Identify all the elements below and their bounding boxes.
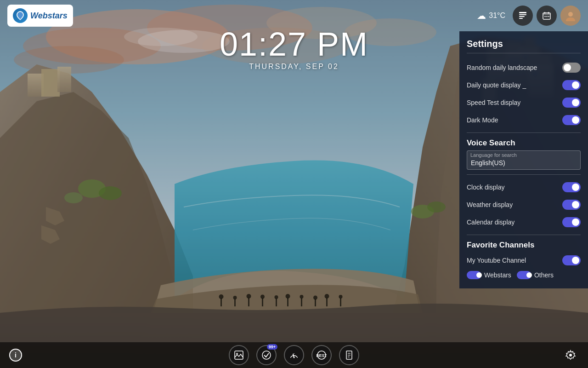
bottom-bar: i 99+ bbox=[0, 342, 588, 368]
user-avatar[interactable] bbox=[560, 6, 581, 26]
youtube-channel-label: My Youtube Channel bbox=[467, 257, 526, 264]
tasks-badge: 99+ bbox=[267, 344, 277, 350]
quote-toggle[interactable] bbox=[562, 80, 581, 90]
webstars-channel: Webstars bbox=[467, 271, 511, 279]
favorite-channels-title: Favorite Channels bbox=[467, 241, 581, 250]
speedtest-label: Speed Test display bbox=[467, 99, 520, 106]
logo-text: Webstars bbox=[30, 11, 68, 21]
clock-display-toggle[interactable] bbox=[562, 182, 581, 192]
calendar-display-toggle[interactable] bbox=[562, 217, 581, 227]
calendar-button[interactable] bbox=[537, 6, 557, 26]
svg-rect-55 bbox=[519, 14, 526, 15]
cloud-icon: ☁ bbox=[477, 10, 486, 21]
divider-channels bbox=[467, 235, 581, 235]
svg-point-65 bbox=[568, 12, 573, 17]
others-channel: Others bbox=[517, 271, 554, 279]
logo[interactable]: Webstars bbox=[7, 5, 73, 27]
setting-row-calendar: Calendar display bbox=[467, 213, 581, 231]
divider-voice bbox=[467, 132, 581, 133]
settings-title: Settings bbox=[467, 39, 581, 53]
clock-display-label: Clock display bbox=[467, 184, 504, 191]
clock-time: 01:27 PM bbox=[220, 28, 368, 61]
svg-rect-56 bbox=[519, 16, 525, 17]
setting-row-clock: Clock display bbox=[467, 178, 581, 196]
svg-rect-64 bbox=[548, 16, 549, 17]
webstars-channel-label: Webstars bbox=[484, 271, 511, 279]
temperature: 31°C bbox=[489, 12, 505, 20]
setting-row-quote: Daily quote display _ bbox=[467, 76, 581, 94]
divider-display bbox=[467, 174, 581, 175]
youtube-toggle[interactable] bbox=[562, 255, 581, 265]
landscape-label: Random daily landscape bbox=[467, 64, 537, 71]
gallery-button[interactable] bbox=[229, 345, 249, 365]
weather-display-label: Weather display bbox=[467, 201, 513, 208]
svg-rect-59 bbox=[543, 13, 550, 15]
language-label: Language for search bbox=[470, 152, 517, 158]
others-channel-label: Others bbox=[534, 271, 554, 279]
others-toggle[interactable] bbox=[517, 271, 531, 279]
settings-gear-button[interactable] bbox=[562, 347, 579, 363]
setting-row-youtube: My Youtube Channel bbox=[467, 252, 581, 269]
tasks-button[interactable]: 99+ bbox=[256, 345, 277, 365]
setting-row-darkmode: Dark Mode bbox=[467, 111, 581, 129]
bottom-center: 99+ BEST bbox=[229, 345, 359, 365]
speed-button[interactable] bbox=[284, 345, 304, 365]
quote-label: Daily quote display _ bbox=[467, 81, 526, 89]
best-button[interactable]: BEST bbox=[311, 345, 332, 365]
webstars-toggle[interactable] bbox=[467, 271, 481, 279]
svg-point-68 bbox=[262, 351, 271, 359]
settings-panel: Settings Random daily landscape Daily qu… bbox=[459, 31, 588, 288]
svg-rect-57 bbox=[519, 18, 523, 19]
svg-text:BEST: BEST bbox=[317, 353, 327, 358]
logo-icon bbox=[13, 8, 28, 23]
darkmode-toggle[interactable] bbox=[562, 115, 581, 125]
channels-row: Webstars Others bbox=[467, 269, 581, 281]
setting-row-speedtest: Speed Test display bbox=[467, 94, 581, 111]
notes-button[interactable] bbox=[513, 6, 533, 26]
top-right-controls: ☁ 31°C bbox=[477, 6, 581, 26]
clock-date: THURSDAY, SEP 02 bbox=[220, 63, 368, 71]
svg-point-69 bbox=[294, 357, 295, 358]
weather-widget: ☁ 31°C bbox=[477, 10, 505, 21]
setting-row-weather: Weather display bbox=[467, 196, 581, 213]
info-button[interactable]: i bbox=[9, 349, 22, 362]
svg-rect-54 bbox=[519, 12, 526, 13]
weather-display-toggle[interactable] bbox=[562, 200, 581, 210]
bottom-left: i bbox=[9, 349, 22, 362]
svg-rect-63 bbox=[546, 16, 548, 17]
landscape-toggle[interactable] bbox=[562, 63, 581, 73]
document-button[interactable] bbox=[339, 345, 359, 365]
calendar-display-label: Calendar display bbox=[467, 218, 514, 226]
voice-search-title: Voice Search bbox=[467, 138, 581, 148]
language-select-wrap: Language for search English(US) bbox=[467, 150, 581, 170]
bottom-right bbox=[562, 347, 579, 363]
setting-row-landscape: Random daily landscape bbox=[467, 59, 581, 76]
svg-point-79 bbox=[569, 354, 572, 356]
speedtest-toggle[interactable] bbox=[562, 98, 581, 108]
svg-rect-62 bbox=[544, 16, 546, 17]
clock-area: 01:27 PM THURSDAY, SEP 02 bbox=[220, 28, 368, 71]
darkmode-label: Dark Mode bbox=[467, 116, 498, 124]
